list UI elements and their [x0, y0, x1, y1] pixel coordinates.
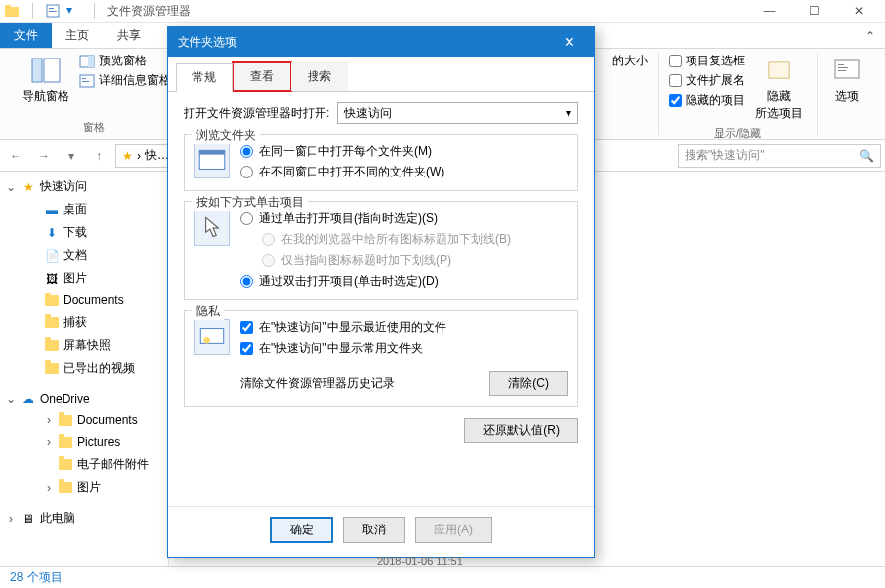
clear-history-button[interactable]: 清除(C) [489, 371, 568, 396]
nav-od-pics2[interactable]: ›图片 [0, 476, 168, 499]
titlebar: ▾ 文件资源管理器 — ☐ ✕ [0, 0, 885, 23]
legend: 浏览文件夹 [192, 127, 260, 144]
nav-quick-access[interactable]: ⌄★快速访问 [0, 176, 168, 198]
explorer-icon [4, 3, 20, 19]
underline-hover-radio: 仅当指向图标标题时加下划线(P) [262, 252, 511, 269]
dialog-tabs: 常规 查看 搜索 [168, 57, 594, 92]
nav-screenshot[interactable]: 屏幕快照 [0, 334, 168, 357]
item-checkboxes-toggle[interactable]: 项目复选框 [669, 53, 745, 69]
privacy-group: 隐私 在"快速访问"中显示最近使用的文件 在"快速访问"中显示常用文件夹 清除文… [184, 310, 578, 407]
svg-rect-19 [199, 150, 225, 154]
maximize-button[interactable]: ☐ [792, 0, 836, 23]
dropdown-icon[interactable]: ▾ [66, 3, 82, 19]
browse-folders-group: 浏览文件夹 在同一窗口中打开每个文件夹(M) 在不同窗口中打开不同的文件夹(W) [184, 134, 578, 191]
hide-icon [763, 55, 795, 86]
details-pane-button[interactable]: 详细信息窗格 [79, 72, 171, 89]
nav-od-pictures[interactable]: ›Pictures [0, 431, 168, 453]
tab-home[interactable]: 主页 [52, 23, 103, 48]
click-icon [194, 210, 230, 246]
nav-pictures[interactable]: 🖼图片 [0, 267, 168, 290]
star-icon: ★ [20, 179, 36, 195]
nav-thispc[interactable]: ›🖥此电脑 [0, 507, 168, 529]
open-explorer-select[interactable]: 快速访问 ▾ [337, 102, 578, 124]
nav-od-documents[interactable]: ›Documents [0, 410, 168, 431]
file-extensions-toggle[interactable]: 文件扩展名 [669, 72, 745, 89]
svg-rect-0 [5, 7, 19, 17]
double-click-radio[interactable]: 通过双击打开项目(单击时选定)(D) [240, 273, 511, 290]
svg-rect-3 [49, 8, 54, 9]
legend: 按如下方式单击项目 [192, 194, 308, 211]
ribbon-group-options: 选项 [818, 53, 877, 135]
quick-access-toolbar: ▾ [4, 3, 101, 19]
search-placeholder: 搜索"快速访问" [685, 147, 765, 164]
folder-icon [44, 293, 60, 308]
search-input[interactable]: 搜索"快速访问" 🔍 [678, 144, 881, 168]
folder-icon [58, 412, 73, 428]
ribbon-expand-icon[interactable]: ⌃ [855, 29, 885, 43]
browse-new-window-radio[interactable]: 在不同窗口中打开不同的文件夹(W) [240, 164, 444, 180]
svg-rect-14 [835, 60, 859, 78]
dialog-titlebar: 文件夹选项 ✕ [168, 27, 594, 57]
show-frequent-folders-check[interactable]: 在"快速访问"中显示常用文件夹 [240, 340, 568, 357]
svg-rect-13 [769, 62, 789, 78]
tab-share[interactable]: 共享 [103, 23, 155, 48]
folder-icon [44, 338, 60, 354]
size-label-partial: 的大小 [612, 53, 648, 69]
pc-icon: 🖥 [20, 511, 36, 527]
nav-pane-icon [30, 55, 62, 86]
browse-icon [194, 143, 230, 178]
apply-button[interactable]: 应用(A) [415, 517, 492, 543]
minimize-button[interactable]: — [747, 0, 792, 23]
pic-icon: 🖼 [44, 271, 60, 287]
hide-selected-button[interactable]: 隐藏 所选项目 [751, 53, 807, 124]
dialog-title: 文件夹选项 [178, 34, 237, 51]
navigation-pane: ⌄★快速访问 ▬桌面 ⬇下载 📄文档 🖼图片 Documents 捕获 屏幕快照… [0, 172, 169, 566]
group-label: 显示/隐藏 [714, 124, 761, 141]
hidden-items-toggle[interactable]: 隐藏的项目 [669, 92, 745, 109]
options-button[interactable]: 选项 [827, 53, 867, 107]
tab-file[interactable]: 文件 [0, 23, 52, 48]
preview-icon [79, 54, 95, 69]
tab-general[interactable]: 常规 [176, 63, 233, 92]
dialog-close-button[interactable]: ✕ [555, 34, 584, 50]
browse-same-window-radio[interactable]: 在同一窗口中打开每个文件夹(M) [240, 143, 444, 160]
ribbon-group-showhide: 项目复选框 文件扩展名 隐藏的项目 隐藏 所选项目 显示/隐藏 [659, 53, 818, 135]
privacy-icon [194, 319, 230, 355]
ok-button[interactable]: 确定 [270, 517, 333, 543]
preview-pane-button[interactable]: 预览窗格 [79, 53, 171, 69]
nav-exported[interactable]: 已导出的视频 [0, 357, 168, 380]
open-explorer-label: 打开文件资源管理器时打开: [184, 105, 329, 122]
nav-capture[interactable]: 捕获 [0, 311, 168, 334]
nav-pane-label: 导航窗格 [22, 88, 69, 105]
nav-downloads[interactable]: ⬇下载 [0, 221, 168, 244]
back-button[interactable]: ← [4, 144, 28, 168]
nav-onedrive[interactable]: ⌄☁OneDrive [0, 388, 168, 410]
show-recent-files-check[interactable]: 在"快速访问"中显示最近使用的文件 [240, 319, 568, 336]
legend: 隐私 [192, 303, 224, 320]
svg-rect-15 [838, 64, 844, 65]
navigation-pane-button[interactable]: 导航窗格 [18, 53, 73, 107]
nav-documents2[interactable]: Documents [0, 290, 168, 311]
window-buttons: — ☐ ✕ [747, 0, 881, 23]
nav-od-mail[interactable]: ›电子邮件附件 [0, 453, 168, 476]
folder-icon [58, 434, 73, 450]
properties-icon[interactable] [45, 3, 61, 19]
status-text: 28 个项目 [10, 569, 63, 586]
cancel-button[interactable]: 取消 [343, 517, 405, 543]
tab-view[interactable]: 查看 [233, 62, 291, 91]
svg-rect-10 [82, 78, 86, 79]
up-button[interactable]: ↑ [87, 144, 111, 168]
svg-point-21 [204, 337, 210, 343]
nav-desktop[interactable]: ▬桌面 [0, 198, 168, 221]
single-click-radio[interactable]: 通过单击打开项目(指向时选定)(S) [240, 210, 511, 227]
restore-defaults-button[interactable]: 还原默认值(R) [464, 418, 578, 443]
close-button[interactable]: ✕ [836, 0, 881, 23]
nav-documents[interactable]: 📄文档 [0, 244, 168, 267]
cloud-icon: ☁ [20, 391, 36, 407]
history-dropdown[interactable]: ▾ [60, 144, 83, 168]
group-label: 窗格 [83, 118, 105, 135]
svg-rect-1 [5, 5, 11, 8]
tab-search[interactable]: 搜索 [291, 62, 348, 91]
forward-button[interactable]: → [32, 144, 56, 168]
click-items-group: 按如下方式单击项目 通过单击打开项目(指向时选定)(S) 在我的浏览器中给所有图… [184, 201, 578, 300]
